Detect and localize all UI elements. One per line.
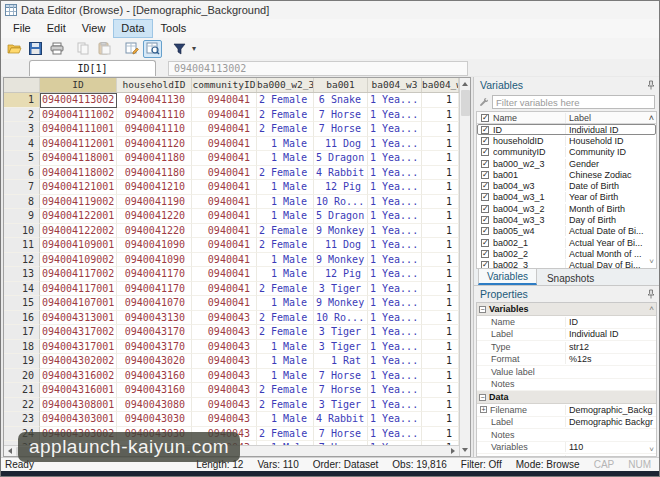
cell-ba004_w3[interactable]: 1 Yea... xyxy=(368,224,422,239)
cell-ba004_w3[interactable]: 1 Yea... xyxy=(368,296,422,311)
variable-checkbox[interactable] xyxy=(481,160,489,168)
cell-ba000_w2_3[interactable]: 1 Male xyxy=(257,253,314,268)
cell-ba004_w3[interactable]: 1 Yea... xyxy=(368,383,422,398)
cell-ID[interactable]: 094004308001 xyxy=(40,398,117,413)
property-row-variables[interactable]: Variables110 xyxy=(477,442,656,455)
variable-row-communityID[interactable]: communityIDCommunity ID xyxy=(477,147,656,158)
row-number[interactable]: 17 xyxy=(4,325,40,340)
cell-ID[interactable]: 094004117002 xyxy=(40,267,117,282)
cell-ba001[interactable]: 12 Pig xyxy=(314,267,368,282)
cell-ID[interactable]: 094004118001 xyxy=(40,151,117,166)
cell-ID[interactable]: 094004109001 xyxy=(40,238,117,253)
cell-communityID[interactable]: 0940041 xyxy=(192,195,257,210)
cell-ba004_w[interactable]: 1 xyxy=(422,224,459,239)
row-number[interactable]: 21 xyxy=(4,383,40,398)
cell-communityID[interactable]: 0940041 xyxy=(192,180,257,195)
cell-communityID[interactable]: 0940041 xyxy=(192,253,257,268)
cell-householdID[interactable]: 0940041170 xyxy=(117,282,192,297)
cell-communityID[interactable]: 0940043 xyxy=(192,412,257,427)
cell-ba000_w2_3[interactable]: 1 Male xyxy=(257,412,314,427)
cell-householdID[interactable]: 0940041090 xyxy=(117,253,192,268)
cell-ba000_w2_3[interactable]: 2 Female xyxy=(257,166,314,181)
property-row-label[interactable]: LabelDemographic Backgr xyxy=(477,417,656,430)
cell-ba000_w2_3[interactable]: 2 Female xyxy=(257,282,314,297)
cell-ba004_w[interactable]: 1 xyxy=(422,137,459,152)
cell-ba004_w3[interactable]: 1 Yea... xyxy=(368,209,422,224)
row-number[interactable]: 18 xyxy=(4,340,40,355)
cell-ba004_w3[interactable]: 1 Yea... xyxy=(368,253,422,268)
filter-variables-input[interactable] xyxy=(492,95,655,109)
cell-ba001[interactable]: 5 Dragon xyxy=(314,151,368,166)
cell-ba004_w3[interactable]: 1 Yea... xyxy=(368,151,422,166)
cell-communityID[interactable]: 0940041 xyxy=(192,282,257,297)
cell-ID[interactable]: 094004303001 xyxy=(40,412,117,427)
cell-ba000_w2_3[interactable]: 2 Female xyxy=(257,311,314,326)
collapse-icon[interactable]: − xyxy=(479,306,486,313)
pin-icon[interactable] xyxy=(647,80,655,90)
variable-row-ba001[interactable]: ba001Chinese Zodiac xyxy=(477,169,656,180)
row-number[interactable]: 11 xyxy=(4,238,40,253)
cell-ba000_w2_3[interactable]: 2 Female xyxy=(257,122,314,137)
row-number[interactable]: 13 xyxy=(4,267,40,282)
property-row-filename[interactable]: +FilenameDemographic_Backg xyxy=(477,404,656,417)
cell-communityID[interactable]: 0940043 xyxy=(192,383,257,398)
wrench-icon[interactable] xyxy=(479,97,489,107)
cell-householdID[interactable]: 0940043080 xyxy=(117,398,192,413)
cell-ID[interactable]: 094004317001 xyxy=(40,340,117,355)
scroll-down-icon[interactable] xyxy=(460,445,471,456)
cell-householdID[interactable]: 0940041130 xyxy=(117,93,192,108)
cell-ba004_w[interactable]: 1 xyxy=(422,180,459,195)
properties-section-variables[interactable]: −Variables xyxy=(477,303,656,316)
cell-ba004_w3[interactable]: 1 Yea... xyxy=(368,354,422,369)
row-number[interactable]: 14 xyxy=(4,282,40,297)
cell-ba000_w2_3[interactable]: 2 Female xyxy=(257,93,314,108)
column-header-ba000_w2_3[interactable]: ba000_w2_3 xyxy=(257,78,314,92)
cell-communityID[interactable]: 0940041 xyxy=(192,267,257,282)
cell-ID[interactable]: 094004121001 xyxy=(40,180,117,195)
cell-ba000_w2_3[interactable]: 1 Male xyxy=(257,354,314,369)
cell-ID[interactable]: 094004107001 xyxy=(40,296,117,311)
variable-row-householdID[interactable]: householdIDHousehold ID xyxy=(477,135,656,146)
row-number[interactable]: 7 xyxy=(4,180,40,195)
cell-ba004_w[interactable]: 1 xyxy=(422,122,459,137)
copy-button[interactable] xyxy=(74,40,93,58)
column-header-communityID[interactable]: communityID xyxy=(192,78,257,92)
variable-checkbox[interactable] xyxy=(481,216,489,224)
variable-checkbox[interactable] xyxy=(481,137,489,145)
cell-ba004_w[interactable]: 1 xyxy=(422,151,459,166)
variable-checkbox[interactable] xyxy=(481,171,489,179)
cell-householdID[interactable]: 0940041190 xyxy=(117,195,192,210)
cell-ba000_w2_3[interactable]: 2 Female xyxy=(257,383,314,398)
cell-ba004_w[interactable]: 1 xyxy=(422,253,459,268)
paste-button[interactable] xyxy=(95,40,114,58)
cell-ba001[interactable]: 3 Tiger xyxy=(314,325,368,340)
tab-variables[interactable]: Variables xyxy=(478,268,537,285)
cell-ba004_w[interactable]: 1 xyxy=(422,325,459,340)
cell-ba004_w[interactable]: 1 xyxy=(422,195,459,210)
cell-householdID[interactable]: 0940043160 xyxy=(117,383,192,398)
variable-row-ba004_w3[interactable]: ba004_w3Date of Birth xyxy=(477,180,656,191)
cell-householdID[interactable]: 0940041210 xyxy=(117,180,192,195)
cell-ba004_w[interactable]: 1 xyxy=(422,209,459,224)
property-row-notes[interactable]: Notes xyxy=(477,429,656,442)
cell-ba001[interactable]: 7 Horse xyxy=(314,108,368,123)
cell-ba004_w3[interactable]: 1 Yea... xyxy=(368,427,422,442)
cell-ba004_w3[interactable]: 1 Yea... xyxy=(368,412,422,427)
cell-householdID[interactable]: 0940041120 xyxy=(117,137,192,152)
property-row-format[interactable]: Format%12s xyxy=(477,354,656,367)
cell-householdID[interactable]: 0940043130 xyxy=(117,311,192,326)
variables-scroll-down-icon[interactable]: ˅ xyxy=(649,258,654,266)
row-number[interactable]: 20 xyxy=(4,369,40,384)
row-number[interactable]: 12 xyxy=(4,253,40,268)
cell-ba000_w2_3[interactable]: 1 Male xyxy=(257,151,314,166)
cell-communityID[interactable]: 0940043 xyxy=(192,311,257,326)
grid-corner-header[interactable] xyxy=(4,78,40,92)
cell-ba001[interactable]: 9 Monkey xyxy=(314,253,368,268)
row-number[interactable]: 22 xyxy=(4,398,40,413)
cell-communityID[interactable]: 0940041 xyxy=(192,122,257,137)
cell-ID[interactable]: 094004118002 xyxy=(40,166,117,181)
cell-ID[interactable]: 094004113002 xyxy=(40,93,117,108)
print-button[interactable] xyxy=(47,40,66,58)
cell-ba001[interactable]: 4 Rabbit xyxy=(314,166,368,181)
variable-checkbox[interactable] xyxy=(481,148,489,156)
